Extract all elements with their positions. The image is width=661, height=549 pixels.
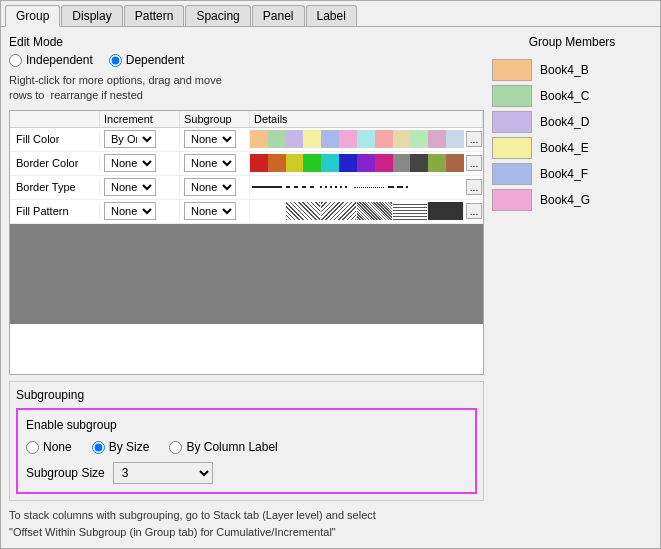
member-item: Book4_G — [492, 187, 652, 213]
border-color-ellipsis[interactable]: ... — [466, 155, 482, 171]
tab-panel[interactable]: Panel — [252, 5, 305, 26]
border-color-label: Border Color — [10, 155, 100, 171]
tab-spacing[interactable]: Spacing — [185, 5, 250, 26]
subgroup-bycolumn-option[interactable]: By Column Label — [169, 440, 277, 454]
hint-text: Right-click for more options, drag and m… — [9, 73, 484, 104]
border-type-label: Border Type — [10, 179, 100, 195]
subgroup-bysize-radio[interactable] — [92, 441, 105, 454]
fill-color-details: ... — [250, 130, 483, 148]
col-header-increment: Increment — [100, 111, 180, 127]
member-item: Book4_C — [492, 83, 652, 109]
col-header-subgroup: Subgroup — [180, 111, 250, 127]
member-list: Book4_B Book4_C Book4_D Book4_E Book4_F … — [492, 57, 652, 213]
radio-dependent[interactable]: Dependent — [109, 53, 185, 67]
fill-color-increment: By One None — [100, 128, 180, 150]
subgroup-none-radio[interactable] — [26, 441, 39, 454]
fill-pattern-subgroup: None — [180, 200, 250, 222]
fill-color-label: Fill Color — [10, 131, 100, 147]
subgroup-radio-row: None By Size By Column Label — [26, 440, 467, 454]
tab-label[interactable]: Label — [306, 5, 357, 26]
fill-color-increment-select[interactable]: By One None — [104, 130, 156, 148]
tab-pattern[interactable]: Pattern — [124, 5, 185, 26]
subgroup-size-select[interactable]: 3 1 2 4 5 — [113, 462, 213, 484]
fill-pattern-ellipsis[interactable]: ... — [466, 203, 482, 219]
member-color — [492, 59, 532, 81]
radio-dependent-label: Dependent — [126, 53, 185, 67]
row-border-type: Border Type None None — [10, 176, 483, 200]
subgroup-bysize-label: By Size — [109, 440, 150, 454]
member-item: Book4_F — [492, 161, 652, 187]
property-table: Increment Subgroup Details Fill Color By… — [9, 110, 484, 375]
member-name: Book4_G — [540, 193, 590, 207]
radio-independent[interactable]: Independent — [9, 53, 93, 67]
fill-color-strip — [250, 130, 464, 148]
member-color — [492, 111, 532, 133]
border-color-subgroup-select[interactable]: None — [184, 154, 236, 172]
member-item: Book4_D — [492, 109, 652, 135]
subgroup-none-label: None — [43, 440, 72, 454]
member-name: Book4_B — [540, 63, 589, 77]
subgroup-box: Enable subgroup None By Size By Colum — [16, 408, 477, 494]
member-name: Book4_F — [540, 167, 588, 181]
row-fill-pattern: Fill Pattern None None — [10, 200, 483, 224]
row-fill-color: Fill Color By One None None — [10, 128, 483, 152]
border-type-increment: None — [100, 176, 180, 198]
group-members-title: Group Members — [492, 35, 652, 49]
fill-color-subgroup-select[interactable]: None — [184, 130, 236, 148]
radio-independent-label: Independent — [26, 53, 93, 67]
subgroup-size-row: Subgroup Size 3 1 2 4 5 — [26, 462, 467, 484]
tab-group[interactable]: Group — [5, 5, 60, 27]
border-type-details: ... — [250, 178, 483, 196]
fill-pattern-increment: None — [100, 200, 180, 222]
member-name: Book4_C — [540, 89, 589, 103]
table-header: Increment Subgroup Details — [10, 111, 483, 128]
fill-color-ellipsis[interactable]: ... — [466, 131, 482, 147]
border-type-subgroup-select[interactable]: None — [184, 178, 236, 196]
content-area: Edit Mode Independent Dependent Right-cl… — [1, 27, 660, 548]
edit-mode-radio-row: Independent Dependent — [9, 53, 484, 67]
left-panel: Edit Mode Independent Dependent Right-cl… — [9, 35, 484, 540]
member-item: Book4_E — [492, 135, 652, 161]
border-color-increment-select[interactable]: None — [104, 154, 156, 172]
subgroup-bysize-option[interactable]: By Size — [92, 440, 150, 454]
fill-pattern-details: ... — [250, 202, 483, 220]
fill-color-subgroup: None — [180, 128, 250, 150]
info-text: To stack columns with subgrouping, go to… — [9, 507, 484, 540]
border-type-increment-select[interactable]: None — [104, 178, 156, 196]
subgroup-none-option[interactable]: None — [26, 440, 72, 454]
border-color-increment: None — [100, 152, 180, 174]
edit-mode-section: Edit Mode Independent Dependent — [9, 35, 484, 67]
enable-subgroup-label: Enable subgroup — [26, 418, 467, 432]
member-name: Book4_E — [540, 141, 589, 155]
member-color — [492, 85, 532, 107]
right-panel: Group Members Book4_B Book4_C Book4_D Bo… — [492, 35, 652, 540]
member-name: Book4_D — [540, 115, 589, 129]
fill-pattern-increment-select[interactable]: None — [104, 202, 156, 220]
radio-dependent-input[interactable] — [109, 54, 122, 67]
col-header-name — [10, 111, 100, 127]
main-window: Group Display Pattern Spacing Panel Labe… — [0, 0, 661, 549]
member-color — [492, 163, 532, 185]
border-color-subgroup: None — [180, 152, 250, 174]
tab-bar: Group Display Pattern Spacing Panel Labe… — [1, 1, 660, 27]
border-type-ellipsis[interactable]: ... — [466, 179, 482, 195]
edit-mode-title: Edit Mode — [9, 35, 484, 49]
member-item: Book4_B — [492, 57, 652, 83]
subgrouping-section: Subgrouping Enable subgroup None By Size — [9, 381, 484, 501]
subgroup-size-label: Subgroup Size — [26, 466, 105, 480]
member-color — [492, 189, 532, 211]
subgroup-bycolumn-label: By Column Label — [186, 440, 277, 454]
table-empty-area — [10, 224, 483, 324]
border-color-strip — [250, 154, 464, 172]
fill-pattern-label: Fill Pattern — [10, 203, 100, 219]
subgroup-bycolumn-radio[interactable] — [169, 441, 182, 454]
tab-display[interactable]: Display — [61, 5, 122, 26]
subgrouping-title: Subgrouping — [16, 388, 477, 402]
col-header-details: Details — [250, 111, 483, 127]
border-color-details: ... — [250, 154, 483, 172]
border-type-subgroup: None — [180, 176, 250, 198]
row-border-color: Border Color None None ... — [10, 152, 483, 176]
fill-pattern-subgroup-select[interactable]: None — [184, 202, 236, 220]
member-color — [492, 137, 532, 159]
radio-independent-input[interactable] — [9, 54, 22, 67]
